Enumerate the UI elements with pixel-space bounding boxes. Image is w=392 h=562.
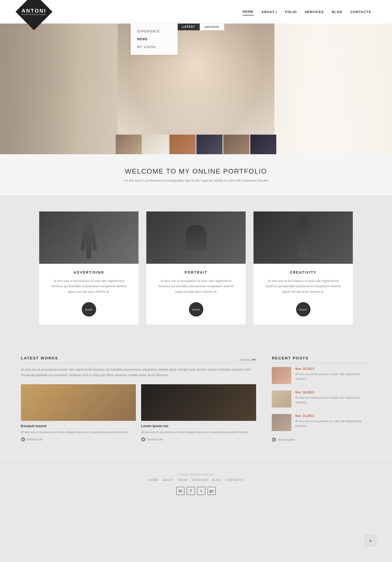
all-works-arrow-icon: ▶▶ xyxy=(252,358,256,361)
welcome-title: WELCOME TO MY ONLINE PORTFOLIO xyxy=(5,167,387,175)
post-item-1: Nov. 20,2012 At vero eos et accusamus et… xyxy=(272,367,371,384)
social-googleplus[interactable]: g+ xyxy=(207,487,216,495)
card-image-advertising xyxy=(39,211,139,264)
all-works-label: all works xyxy=(239,358,251,361)
logo[interactable]: ANTONI PHOTOGRAPHER xyxy=(21,0,50,25)
logo-text: ANTONI PHOTOGRAPHER xyxy=(22,8,46,16)
works-description: At vero eos et accusamus et iusto odio d… xyxy=(21,367,256,378)
more-button-creativity[interactable]: more xyxy=(296,302,310,317)
footer-copyright: © 2012 | PRIVACY POLICY xyxy=(5,473,387,476)
all-works-link[interactable]: all works ▶▶ xyxy=(239,358,256,361)
card-advertising: ADVERTISING At vero eos et accusamus et … xyxy=(39,211,139,324)
hero-overlay-left xyxy=(0,24,78,154)
social-twitter[interactable]: t xyxy=(197,487,205,495)
card-text-advertising: At vero eos et accusamus et iusto odio d… xyxy=(39,278,139,294)
thumb-4[interactable] xyxy=(197,135,223,154)
card-text-creativity: At vero eos et accusamus et iusto odio d… xyxy=(253,278,353,294)
nav-home[interactable]: HOME xyxy=(243,8,254,15)
card-title-portrait: PORTRAIT xyxy=(185,270,207,274)
latest-works-title: LATEST WORKS xyxy=(21,356,256,363)
card-creativity: CREATIVITY At vero eos et accusamus et i… xyxy=(253,211,353,324)
recent-posts-title: RECENT POSTS xyxy=(272,356,371,363)
tab-archive[interactable]: ARCHIVE xyxy=(200,24,224,30)
nav-services[interactable]: SERVICES xyxy=(305,9,324,15)
main-nav: HOME ABOUT FOLIO SERVICES BLOG CONTACTS xyxy=(243,8,371,15)
detail-link-2[interactable]: ▶ Detailed info xyxy=(141,437,256,441)
card-title-advertising: ADVERTISING xyxy=(73,270,104,274)
figure-portrait xyxy=(186,225,206,251)
figure-creativity xyxy=(293,218,314,257)
post-text-2: At vero eos et accusamus et iusto odio d… xyxy=(295,395,371,405)
post-item-2: Nov. 18,2012 At vero eos et accusamus et… xyxy=(272,391,371,408)
nav-blog[interactable]: BLOG xyxy=(332,9,343,15)
footer-nav-blog[interactable]: BLOG xyxy=(212,478,221,481)
post-item-3: Nov. 10,2012 At vero eos et accusamus et… xyxy=(272,414,371,431)
work-item-2: Lorem ipsum est At vero eos et accusamus… xyxy=(141,384,256,441)
work-title-2: Lorem ipsum est xyxy=(141,424,256,428)
post-content-2: Nov. 18,2012 At vero eos et accusamus et… xyxy=(295,391,371,405)
footer-nav: HOME ABOUT FOLIO SERVICES BLOG CONTACTS xyxy=(5,478,387,481)
social-linkedin[interactable]: in xyxy=(176,487,185,495)
detail-arrow-icon-1: ▶ xyxy=(21,437,25,441)
post-date-2: Nov. 18,2012 xyxy=(295,391,371,394)
works-grid: Exerputi maoris At vero eos et accusamus… xyxy=(21,384,256,441)
portfolio-section: ADVERTISING At vero eos et accusamus et … xyxy=(0,196,392,340)
work-text-2: At vero eos et accusamus et iusto odidig… xyxy=(141,430,256,435)
view-all-label: View all posts xyxy=(277,438,295,441)
thumb-5[interactable] xyxy=(223,135,250,154)
dropdown-news[interactable]: NEWS xyxy=(131,35,178,43)
header: ANTONI PHOTOGRAPHER HOME ABOUT FOLIO SER… xyxy=(0,0,392,24)
view-all-posts-link[interactable]: ▶ View all posts xyxy=(272,438,371,442)
footer-nav-about[interactable]: ABOUT xyxy=(163,478,174,481)
card-text-portrait: At vero eos et accusamus et iusto odio d… xyxy=(146,278,246,294)
nav-about[interactable]: ABOUT xyxy=(262,9,277,15)
post-content-1: Nov. 20,2012 At vero eos et accusamus et… xyxy=(295,367,371,381)
card-title-creativity: CREATIVITY xyxy=(290,270,316,274)
social-facebook[interactable]: f xyxy=(187,487,195,495)
welcome-section: WELCOME TO MY ONLINE PORTFOLIO I'm the b… xyxy=(0,154,392,196)
thumb-1[interactable] xyxy=(116,135,142,154)
brand-subtitle: PHOTOGRAPHER xyxy=(22,14,46,16)
post-date-3: Nov. 10,2012 xyxy=(295,414,371,418)
work-title-1: Exerputi maoris xyxy=(21,424,136,428)
hero-overlay-right xyxy=(314,24,392,154)
footer-nav-home[interactable]: HOME xyxy=(149,478,159,481)
detail-link-1[interactable]: ▶ Detailed info xyxy=(21,437,136,441)
work-text-1: At vero eos et accusamus et iusto odidig… xyxy=(21,430,136,435)
recent-posts: RECENT POSTS Nov. 20,2012 At vero eos et… xyxy=(272,356,371,446)
hero-section xyxy=(0,24,392,154)
footer-nav-contacts[interactable]: CONTACTS xyxy=(225,478,243,481)
social-icons: in f t g+ xyxy=(5,487,387,495)
more-button-advertising[interactable]: more xyxy=(82,302,96,317)
card-image-creativity xyxy=(253,211,353,264)
work-item-1: Exerputi maoris At vero eos et accusamus… xyxy=(21,384,136,441)
post-text-3: At vero eos et accusamus et. iusto odio … xyxy=(295,419,371,428)
thumb-2[interactable] xyxy=(143,135,169,154)
work-image-1 xyxy=(21,384,136,421)
post-image-1 xyxy=(272,367,291,384)
view-all-arrow-icon: ▶ xyxy=(272,438,276,442)
more-button-portrait[interactable]: more xyxy=(189,302,203,317)
card-image-portrait xyxy=(146,211,246,264)
card-portrait: PORTRAIT At vero eos et accusamus et ius… xyxy=(146,211,246,324)
footer-nav-services[interactable]: SERVICES xyxy=(192,478,208,481)
thumbnail-strip xyxy=(116,135,276,154)
tab-latest[interactable]: LATEST xyxy=(178,24,200,30)
post-image-3 xyxy=(272,414,291,431)
footer: © 2012 | PRIVACY POLICY HOME ABOUT FOLIO… xyxy=(0,462,392,508)
nav-folio[interactable]: FOLIO xyxy=(285,9,297,15)
detail-arrow-icon-2: ▶ xyxy=(141,437,145,441)
dropdown-experience[interactable]: EXPERIENCE xyxy=(131,27,178,35)
detail-link-label-1: Detailed info xyxy=(26,438,42,441)
thumb-6[interactable] xyxy=(250,135,276,154)
post-content-3: Nov. 10,2012 At vero eos et accusamus et… xyxy=(295,414,371,428)
latest-works: LATEST WORKS all works ▶▶ At vero eos et… xyxy=(21,356,256,446)
nav-contacts[interactable]: CONTACTS xyxy=(350,9,371,15)
post-image-2 xyxy=(272,391,291,408)
dropdown-my-vision[interactable]: MY VISION xyxy=(131,43,178,51)
footer-nav-folio[interactable]: FOLIO xyxy=(178,478,188,481)
post-date-1: Nov. 20,2012 xyxy=(295,367,371,371)
work-image-2 xyxy=(141,384,256,421)
thumb-3[interactable] xyxy=(170,135,196,154)
blog-tabs: LATEST ARCHIVE xyxy=(178,24,224,30)
